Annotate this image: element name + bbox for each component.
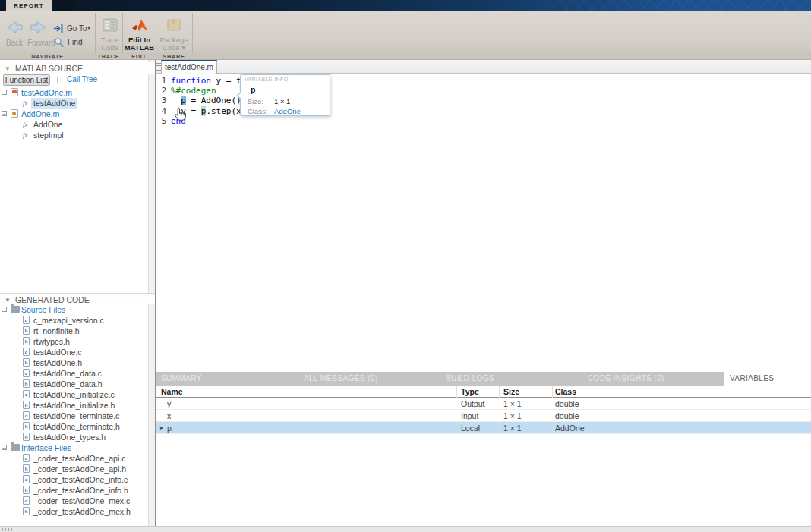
row-expand-icon[interactable]: ▸: [160, 422, 163, 434]
tree-item-testaddone-initialize-h[interactable]: htestAddOne_initialize.h: [0, 400, 155, 411]
collapse-triangle-icon[interactable]: ▼: [5, 297, 11, 304]
expander-minus-icon[interactable]: –: [2, 445, 7, 450]
col-header-type[interactable]: Type: [461, 386, 479, 398]
variable-row-x[interactable]: xInput1 × 1double: [156, 410, 811, 422]
c-file-icon: c: [23, 348, 30, 356]
title-bar: REPORT: [0, 0, 811, 11]
tooltip-class-link[interactable]: AddOne: [274, 107, 301, 115]
tree-item-testaddone[interactable]: fxtestAddOne: [0, 98, 155, 109]
titlebar-pattern: [386, 0, 811, 11]
expander-minus-icon[interactable]: –: [2, 307, 7, 312]
tooltip-callout-icon: [238, 93, 241, 99]
cell-class: double: [555, 410, 579, 422]
tree-item-testaddone-initialize-c[interactable]: ctestAddOne_initialize.c: [0, 389, 155, 400]
line-number: 4: [156, 106, 171, 116]
package-code-button[interactable]: Package Code ▾: [157, 17, 191, 56]
variables-table-body: yOutput1 × 1doublexInput1 × 1double▸pLoc…: [156, 398, 811, 434]
line-number: 2: [156, 86, 171, 96]
goto-button[interactable]: Go To ▾: [53, 23, 93, 35]
tree-item-rt-nonfinite-h[interactable]: hrt_nonfinite.h: [0, 326, 155, 336]
find-icon: [54, 37, 65, 48]
resize-grip-icon[interactable]: [2, 528, 13, 531]
edit-in-matlab-button[interactable]: Edit In MATLAB: [124, 17, 155, 56]
matlab-source-header[interactable]: ▼MATLAB SOURCE: [0, 62, 155, 74]
call-tree-tab[interactable]: Call Tree: [67, 75, 97, 83]
tree-item-testaddone-h[interactable]: htestAddOne.h: [0, 357, 155, 368]
generated-code-tree: –Source Filescc_mexapi_version.chrt_nonf…: [0, 304, 155, 517]
tree-item-addone-m[interactable]: –AddOne.m: [0, 109, 155, 119]
bottom-tab-all-messages-0-[interactable]: ALL MESSAGES (0): [298, 372, 440, 386]
tree-item-stepimpl[interactable]: fxstepImpl: [0, 130, 155, 140]
tree-item-rtwtypes-h[interactable]: hrtwtypes.h: [0, 336, 155, 347]
tree-item-testaddone-m[interactable]: –testAddOne.m: [0, 87, 155, 98]
expander-minus-icon[interactable]: –: [2, 90, 7, 95]
section-navigate: NAVIGATE: [0, 53, 95, 60]
matlab-source-tree: –testAddOne.mfxtestAddOne–AddOne.mfxAddO…: [0, 87, 155, 140]
code-token: %#codegen: [171, 86, 216, 96]
tree-item--coder-testaddone-api-c[interactable]: c_coder_testAddOne_api.c: [0, 453, 155, 464]
find-button[interactable]: Find: [53, 36, 87, 49]
tree-item-testaddone-c[interactable]: ctestAddOne.c: [0, 347, 155, 357]
bottom-tab-summary[interactable]: SUMMARY: [156, 372, 298, 386]
tree-item-testaddone-data-c[interactable]: ctestAddOne_data.c: [0, 368, 155, 379]
generated-code-header[interactable]: ▼GENERATED CODE: [0, 293, 155, 304]
tree-item-source-files[interactable]: –Source Files: [0, 304, 155, 315]
col-header-name[interactable]: Name: [161, 386, 183, 398]
cell-name: p: [167, 422, 172, 434]
trace-code-button[interactable]: Trace Code: [97, 17, 122, 56]
expander-minus-icon[interactable]: –: [2, 111, 7, 116]
variables-table: Name Type Size Class yOutput1 × 1doublex…: [156, 386, 811, 434]
trace-label-2: Code: [97, 44, 122, 52]
cell-class: AddOne: [555, 422, 585, 434]
fx-function-icon: fx: [23, 98, 28, 109]
ribbon-section-labels: NAVIGATE TRACE EDIT SHARE: [0, 53, 811, 60]
forward-button[interactable]: Forward: [27, 19, 50, 48]
tree-item-interface-files[interactable]: –Interface Files: [0, 442, 155, 453]
tooltip-size-label: Size:: [248, 97, 263, 105]
fx-function-icon: fx: [23, 119, 28, 130]
section-trace: TRACE: [95, 53, 122, 60]
tree-item--coder-testaddone-info-h[interactable]: h_coder_testAddOne_info.h: [0, 485, 155, 496]
c-file-icon: c: [23, 369, 30, 377]
col-header-size[interactable]: Size: [503, 386, 519, 398]
c-file-icon: c: [23, 411, 30, 420]
tree-item--coder-testaddone-mex-c[interactable]: c_coder_testAddOne_mex.c: [0, 496, 155, 506]
tree-item-testaddone-terminate-c[interactable]: ctestAddOne_terminate.c: [0, 411, 155, 421]
bottom-tab-build-logs[interactable]: BUILD LOGS: [440, 372, 582, 386]
toolbar-separator: [192, 13, 193, 55]
cell-type: Input: [461, 410, 478, 422]
tree-item--coder-testaddone-mex-h[interactable]: h_coder_testAddOne_mex.h: [0, 506, 155, 517]
tree-item-label: _coder_testAddOne_mex.c: [31, 496, 132, 506]
package-label-2: Code ▾: [157, 44, 191, 52]
h-file-icon: h: [23, 379, 30, 388]
tree-item-testaddone-terminate-h[interactable]: htestAddOne_terminate.h: [0, 421, 155, 432]
back-button[interactable]: Back: [5, 19, 24, 48]
editor-tab-testaddone[interactable]: testAddOne.m: [161, 60, 217, 74]
variable-row-p[interactable]: ▸pLocal1 × 1AddOne: [156, 422, 811, 434]
function-list-tab[interactable]: Function List: [3, 74, 50, 86]
tree-item--coder-testaddone-api-h[interactable]: h_coder_testAddOne_api.h: [0, 464, 155, 474]
goto-caret-icon: ▾: [87, 24, 90, 31]
tree-item-testaddone-data-h[interactable]: htestAddOne_data.h: [0, 379, 155, 389]
tree-item--coder-testaddone-info-c[interactable]: c_coder_testAddOne_info.c: [0, 474, 155, 485]
report-tab[interactable]: REPORT: [6, 0, 52, 11]
col-header-class[interactable]: Class: [555, 386, 576, 398]
h-file-icon: h: [23, 358, 30, 367]
toolbar-separator: [122, 13, 123, 55]
tree-item-c-mexapi-version-c[interactable]: cc_mexapi_version.c: [0, 315, 155, 326]
matlab-logo-icon: [131, 18, 149, 33]
h-file-icon: h: [23, 464, 30, 473]
package-code-icon: [166, 18, 181, 32]
collapse-triangle-icon[interactable]: ▼: [5, 65, 11, 72]
line-number: 3: [156, 96, 171, 105]
tree-item-testaddone-types-h[interactable]: htestAddOne_types.h: [0, 432, 155, 442]
tree-item-label: testAddOne_initialize.c: [31, 389, 117, 400]
tree-item-label: testAddOne.h: [31, 357, 84, 368]
bottom-tab-code-insights-0-[interactable]: CODE INSIGHTS (0): [582, 372, 724, 386]
selected-variable-token[interactable]: p: [181, 96, 186, 105]
code-token: function: [171, 76, 211, 86]
bottom-tab-variables[interactable]: VARIABLES: [724, 372, 811, 386]
variable-row-y[interactable]: yOutput1 × 1double: [156, 398, 811, 410]
tree-item-addone[interactable]: fxAddOne: [0, 119, 155, 130]
cell-class: double: [555, 398, 579, 410]
